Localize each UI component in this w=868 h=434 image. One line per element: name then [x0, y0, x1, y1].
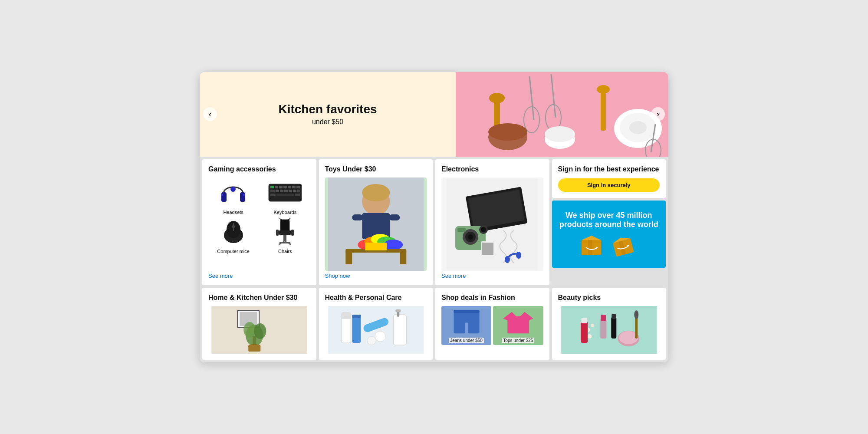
fashion-card: Shop deals in Fashion Jeans under $50 [435, 288, 549, 360]
browser-window: ‹ Kitchen favorites under $50 [200, 72, 668, 362]
keyboard-icon [268, 181, 302, 204]
hero-kitchen-svg [456, 72, 668, 157]
fashion-grid: Jeans under $50 Tops under $25 [441, 306, 543, 345]
toys-card-title: Toys Under $30 [325, 165, 427, 173]
svg-rect-28 [288, 186, 291, 188]
chair-icon [271, 217, 299, 246]
health-svg [325, 306, 427, 354]
svg-point-87 [481, 227, 486, 232]
chair-item[interactable]: Chairs [260, 217, 310, 254]
headset-image [216, 178, 251, 208]
svg-point-103 [243, 322, 256, 338]
headset-item[interactable]: Headsets [208, 178, 258, 215]
svg-rect-72 [400, 251, 406, 264]
home-kitchen-title: Home & Kitchen Under $30 [208, 294, 310, 302]
svg-rect-128 [611, 317, 616, 339]
home-kitchen-card: Home & Kitchen Under $30 [202, 288, 316, 360]
svg-point-104 [254, 323, 266, 339]
svg-point-8 [488, 123, 527, 141]
mouse-icon [220, 219, 247, 245]
hero-text-area: Kitchen favorites under $50 [200, 94, 456, 135]
signin-card: Sign in for the best experience Sign in … [552, 159, 666, 198]
svg-rect-126 [600, 319, 606, 339]
svg-point-20 [230, 187, 236, 192]
svg-point-22 [243, 194, 245, 196]
svg-rect-50 [276, 230, 279, 236]
electronics-card-title: Electronics [441, 165, 543, 173]
svg-rect-137 [581, 321, 588, 343]
hero-prev-button[interactable]: ‹ [203, 107, 217, 121]
hero-next-button[interactable]: › [651, 107, 665, 121]
svg-rect-71 [345, 251, 352, 264]
svg-rect-49 [279, 230, 291, 235]
hero-image [456, 72, 668, 157]
hero-banner: ‹ Kitchen favorites under $50 [200, 72, 668, 157]
svg-rect-46 [280, 220, 289, 232]
tops-label: Tops under $25 [502, 338, 534, 343]
svg-point-56 [279, 243, 280, 245]
gaming-card-title: Gaming accessories [208, 165, 310, 173]
svg-marker-122 [503, 312, 533, 333]
fashion-jeans-item[interactable]: Jeans under $50 [441, 306, 491, 345]
toys-svg [325, 178, 427, 271]
svg-rect-113 [393, 315, 406, 345]
svg-rect-127 [601, 315, 606, 321]
svg-rect-18 [221, 192, 227, 202]
electronics-see-more-link[interactable]: See more [441, 273, 466, 279]
svg-rect-41 [270, 186, 274, 188]
keyboard-item[interactable]: Keyboards [260, 178, 310, 215]
svg-point-61 [362, 184, 390, 201]
home-kitchen-image[interactable] [208, 306, 310, 354]
svg-point-117 [367, 336, 376, 345]
right-column: Sign in for the best experience Sign in … [552, 159, 666, 285]
svg-rect-109 [341, 312, 351, 319]
svg-point-84 [505, 256, 510, 263]
svg-rect-32 [276, 190, 279, 192]
svg-rect-125 [561, 306, 657, 354]
fashion-tops-item[interactable]: Tops under $25 [493, 306, 543, 345]
svg-rect-36 [293, 190, 296, 192]
headset-label: Headsets [223, 210, 243, 215]
health-care-title: Health & Personal Care [325, 294, 427, 302]
mouse-item[interactable]: Computer mice [208, 217, 258, 254]
svg-rect-39 [276, 194, 294, 196]
shipping-text: We ship over 45 million products around … [558, 211, 660, 229]
svg-rect-92 [588, 240, 592, 255]
svg-rect-129 [612, 314, 616, 319]
svg-rect-111 [352, 315, 361, 318]
beauty-picks-card: Beauty picks [552, 288, 666, 360]
svg-rect-35 [289, 190, 292, 192]
svg-point-134 [587, 334, 592, 339]
toys-image[interactable] [325, 178, 427, 271]
svg-rect-73 [365, 243, 387, 250]
svg-rect-25 [275, 186, 278, 188]
svg-rect-63 [352, 214, 363, 220]
home-kitchen-svg [208, 306, 310, 354]
mouse-image [216, 217, 251, 247]
beauty-picks-image[interactable] [558, 306, 660, 354]
svg-rect-89 [482, 243, 493, 255]
electronics-card: Electronics [435, 159, 549, 285]
electronics-image[interactable] [441, 178, 543, 271]
toys-shop-now-link[interactable]: Shop now [325, 273, 350, 279]
fashion-card-title: Shop deals in Fashion [441, 294, 543, 302]
signin-button[interactable]: Sign in securely [558, 178, 660, 192]
svg-rect-12 [601, 92, 606, 131]
signin-title: Sign in for the best experience [558, 165, 660, 173]
health-care-image[interactable] [325, 306, 427, 354]
shipping-card: We ship over 45 million products around … [552, 201, 666, 268]
svg-rect-51 [291, 230, 294, 236]
svg-rect-33 [280, 190, 283, 192]
mouse-label: Computer mice [217, 249, 250, 254]
gaming-items-grid: Headsets [208, 178, 310, 254]
hero-title: Kitchen favorites [217, 102, 438, 116]
svg-rect-83 [457, 228, 466, 232]
box2-icon [610, 233, 638, 257]
svg-rect-115 [395, 309, 401, 312]
gaming-see-more-link[interactable]: See more [208, 273, 233, 279]
svg-point-45 [232, 225, 235, 228]
svg-rect-138 [581, 318, 587, 323]
svg-rect-31 [270, 190, 275, 192]
svg-rect-120 [468, 320, 480, 333]
svg-rect-64 [389, 214, 400, 220]
